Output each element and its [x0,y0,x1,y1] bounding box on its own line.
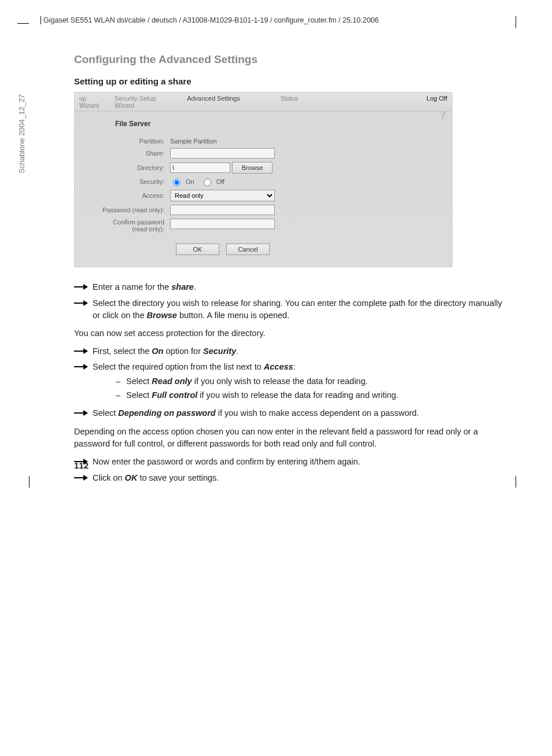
instruction: Select the required option from the list… [93,361,511,404]
paragraph: Depending on the access option chosen yo… [74,426,511,450]
crop-mark [29,476,30,488]
label-directory: Directory: [75,164,170,171]
panel-title: File Server [75,112,452,136]
svg-marker-9 [83,410,88,416]
radio-security-on[interactable] [173,179,181,186]
logoff-link[interactable]: Log Off [422,93,452,111]
arrow-icon [74,297,93,322]
instruction: Select the directory you wish to release… [93,297,511,322]
input-password-ro[interactable] [170,205,275,215]
radio-security-off[interactable] [204,179,211,186]
select-access[interactable]: Read only [170,190,275,201]
template-label: Schablone 2004_12_27 [17,94,26,174]
instruction: Select Depending on password if you wish… [93,407,511,420]
cancel-button[interactable]: Cancel [226,244,270,255]
input-directory[interactable] [170,163,230,173]
arrow-icon [74,472,93,485]
tab-status[interactable]: Status [250,93,329,111]
label-access: Access: [75,192,170,199]
svg-marker-1 [83,284,88,290]
svg-marker-5 [83,348,88,354]
arrow-icon [74,281,93,294]
radio-on-label: On [186,178,194,185]
paragraph: You can now set access protection for th… [74,327,511,340]
radio-off-label: Off [216,178,225,185]
input-share[interactable] [170,148,275,158]
arrow-icon [74,407,93,420]
label-share: Share: [75,150,170,157]
svg-marker-13 [83,475,88,481]
crop-mark [17,23,29,24]
section-title: Configuring the Advanced Settings [74,53,511,66]
crop-mark [516,476,516,488]
label-confirm-password-ro: Confirm password(read only): [75,219,170,233]
sub-title: Setting up or editing a share [74,76,511,86]
instruction: Now enter the password or words and conf… [93,456,511,469]
tab-setup-wizard[interactable]: up Wizard [75,93,110,111]
input-confirm-password-ro[interactable] [170,219,275,229]
router-screenshot: up Wizard Security Setup Wizard Advanced… [74,92,452,267]
tab-bar: up Wizard Security Setup Wizard Advanced… [75,93,452,112]
body-text: Enter a name for the share. Select the d… [74,281,511,484]
header-path: Gigaset SE551 WLAN dsl/cable / deutsch /… [41,16,511,24]
instruction: First, select the On option for Security… [93,345,511,358]
arrow-icon [74,361,93,404]
label-password-ro: Password (read only): [75,206,170,213]
crop-mark [516,16,516,28]
instruction: Enter a name for the share. [93,281,511,294]
value-partition: Sample Partition [170,138,217,145]
label-security: Security: [75,178,170,185]
svg-marker-3 [83,300,88,306]
tab-advanced-settings[interactable]: Advanced Settings [177,93,250,111]
instruction: Click on OK to save your settings. [93,472,511,485]
tab-security-wizard[interactable]: Security Setup Wizard [110,93,177,111]
help-icon[interactable]: ? [440,108,446,123]
svg-marker-7 [83,364,88,370]
arrow-icon [74,345,93,358]
ok-button[interactable]: OK [176,244,219,255]
label-partition: Partition: [75,138,170,145]
page-number: 112 [74,460,89,470]
browse-button[interactable]: Browse [232,162,273,174]
